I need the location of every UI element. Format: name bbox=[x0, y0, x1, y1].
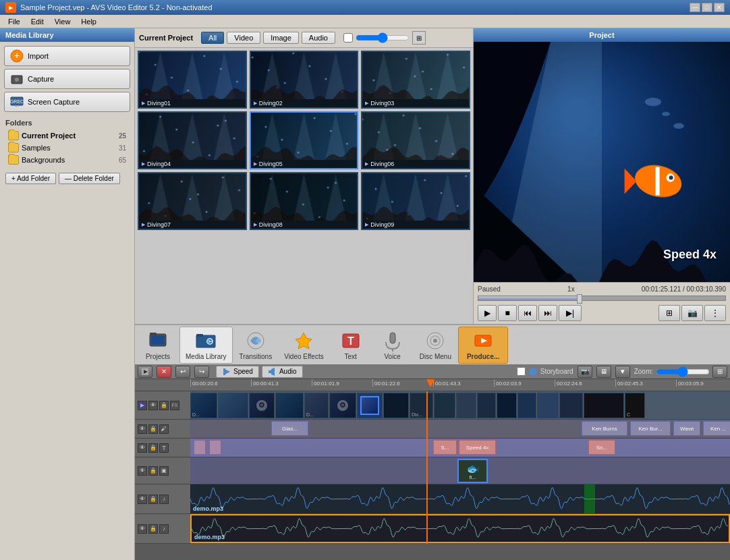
timeline-btn-1[interactable] bbox=[138, 366, 152, 378]
lock-icon-a2[interactable]: 🔒 bbox=[148, 524, 158, 534]
capture-button[interactable]: Capture bbox=[4, 69, 130, 89]
delete-folder-button[interactable]: — Delete Folder bbox=[59, 173, 120, 184]
size-slider[interactable] bbox=[356, 32, 410, 43]
fx-clip-kenbur[interactable]: Ken Bur... bbox=[630, 421, 671, 436]
lock-icon[interactable]: 🔒 bbox=[159, 401, 169, 410]
lock-icon-fx[interactable]: 🔒 bbox=[148, 424, 158, 434]
fullscreen-button[interactable]: ⊞ bbox=[658, 305, 680, 321]
text-clip-2[interactable] bbox=[209, 440, 221, 455]
eye-icon-fx[interactable]: 👁 bbox=[138, 424, 147, 434]
fx-clip-ken2[interactable]: Ken ... bbox=[703, 421, 730, 436]
video-clip-9[interactable]: Div... bbox=[410, 393, 433, 418]
thumbnail-diving07[interactable]: Diving07 bbox=[138, 172, 247, 230]
menu-file[interactable]: File bbox=[3, 16, 26, 27]
titlebar-controls[interactable]: — □ ✕ bbox=[690, 3, 725, 12]
storyboard-checkbox[interactable] bbox=[517, 367, 526, 376]
lock-icon-a1[interactable]: 🔒 bbox=[148, 495, 158, 504]
video-clip-11[interactable] bbox=[456, 393, 476, 418]
fx-clip-wave[interactable]: Wave bbox=[673, 421, 700, 436]
close-button[interactable]: ✕ bbox=[714, 3, 725, 12]
video-clip-10[interactable] bbox=[434, 393, 455, 418]
track-icon-1[interactable] bbox=[138, 401, 147, 410]
video-clip-last[interactable]: C bbox=[625, 393, 645, 418]
zoom-slider[interactable] bbox=[656, 366, 710, 377]
eye-icon-ov[interactable]: 👁 bbox=[138, 466, 147, 476]
import-button[interactable]: + Import bbox=[4, 46, 130, 66]
eye-icon[interactable]: 👁 bbox=[148, 401, 158, 410]
text-clip-speed4x[interactable]: Speed 4x bbox=[459, 440, 496, 455]
thumbnail-diving05[interactable]: Diving05 bbox=[250, 111, 359, 169]
progress-handle[interactable] bbox=[577, 294, 582, 304]
video-clip-3[interactable]: ⚙ bbox=[249, 393, 275, 418]
video-clip-2[interactable] bbox=[218, 393, 248, 418]
thumbnail-diving09[interactable]: Diving09 bbox=[361, 172, 470, 230]
video-clip-16[interactable] bbox=[559, 393, 583, 418]
video-clip-5[interactable]: D... bbox=[304, 393, 329, 418]
play-button[interactable]: ▶ bbox=[478, 305, 497, 321]
stop-button[interactable]: ■ bbox=[498, 305, 517, 321]
screen-capture-button[interactable]: GREC Screen Capture bbox=[4, 92, 130, 112]
audio-button[interactable]: Audio bbox=[262, 366, 303, 378]
video-clip-black[interactable] bbox=[584, 393, 624, 418]
add-folder-button[interactable]: + Add Folder bbox=[5, 173, 56, 184]
menu-help[interactable]: Help bbox=[76, 16, 102, 27]
brush-icon[interactable]: 🖌 bbox=[159, 424, 169, 434]
filter-video[interactable]: Video bbox=[227, 32, 260, 44]
fx-icon[interactable]: FX bbox=[170, 401, 179, 410]
video-clip-4[interactable] bbox=[275, 393, 304, 418]
expand-button[interactable]: ⋮ bbox=[704, 305, 726, 321]
text-clip-1[interactable] bbox=[194, 440, 206, 455]
minimize-button[interactable]: — bbox=[690, 3, 700, 12]
thumbnail-diving02[interactable]: Diving02 bbox=[250, 51, 359, 109]
toolbar-media-library[interactable]: Media Library bbox=[179, 327, 233, 364]
monitor-btn[interactable]: 🖥 bbox=[596, 366, 611, 378]
video-clip-14[interactable] bbox=[517, 393, 536, 418]
frame-forward-button[interactable]: ▶| bbox=[559, 305, 582, 321]
fx-clip-glas[interactable]: Glas... bbox=[271, 421, 308, 436]
eye-icon-text[interactable]: 👁 bbox=[138, 443, 147, 453]
video-clip-13[interactable] bbox=[497, 393, 517, 418]
thumbnail-diving01[interactable]: Diving01 bbox=[138, 51, 247, 109]
thumbnail-diving03[interactable]: Diving03 bbox=[361, 51, 470, 109]
eye-icon-a1[interactable]: 👁 bbox=[138, 495, 147, 504]
grid-view-button[interactable]: ⊞ bbox=[412, 31, 426, 45]
video-clip-8[interactable] bbox=[383, 393, 409, 418]
filter-audio[interactable]: Audio bbox=[302, 32, 335, 44]
folder-backgrounds[interactable]: Backgrounds 65 bbox=[5, 154, 129, 166]
video-clip-6[interactable]: ⚙ bbox=[329, 393, 356, 418]
progress-bar[interactable] bbox=[478, 296, 726, 301]
toolbar-projects[interactable]: Projects bbox=[138, 327, 178, 363]
thumbnail-diving08[interactable]: Diving08 bbox=[250, 172, 359, 230]
audio-icon-2[interactable]: ♪ bbox=[159, 524, 169, 534]
speed-button[interactable]: Speed bbox=[216, 366, 259, 378]
prev-button[interactable]: ⏮ bbox=[518, 305, 537, 321]
text-clip-so[interactable]: So... bbox=[588, 440, 615, 455]
size-checkbox[interactable] bbox=[343, 33, 353, 43]
filter-all[interactable]: All bbox=[201, 32, 224, 44]
toolbar-transitions[interactable]: Transitions bbox=[234, 327, 278, 363]
fish-clip[interactable]: 🐟 fi... bbox=[457, 459, 488, 483]
menu-edit[interactable]: Edit bbox=[26, 16, 49, 27]
video-clip-15[interactable] bbox=[537, 393, 559, 418]
zoom-fit-btn[interactable]: ⊞ bbox=[712, 366, 727, 378]
menu-view[interactable]: View bbox=[49, 16, 76, 27]
camera-btn[interactable]: 📷 bbox=[578, 366, 592, 378]
thumbnail-diving04[interactable]: Diving04 bbox=[138, 111, 247, 169]
eye-icon-a2[interactable]: 👁 bbox=[138, 524, 147, 534]
toolbar-produce[interactable]: Produce... bbox=[458, 327, 508, 364]
text-icon-ctrl[interactable]: T bbox=[159, 443, 169, 453]
toolbar-video-effects[interactable]: Video Effects bbox=[279, 327, 329, 363]
redo-action[interactable]: ↪ bbox=[194, 366, 209, 378]
maximize-button[interactable]: □ bbox=[702, 3, 712, 12]
toolbar-disc-menu[interactable]: Disc Menu bbox=[414, 327, 457, 363]
snapshot-button[interactable]: 📷 bbox=[681, 305, 703, 321]
folder-current-project[interactable]: Current Project 25 bbox=[5, 130, 129, 142]
undo-button[interactable]: ✕ bbox=[157, 366, 171, 378]
undo-action[interactable]: ↩ bbox=[175, 366, 190, 378]
video-clip-12[interactable] bbox=[477, 393, 496, 418]
filter-image[interactable]: Image bbox=[263, 32, 299, 44]
audio-icon-1[interactable]: ♪ bbox=[159, 495, 169, 504]
folder-samples[interactable]: Samples 31 bbox=[5, 142, 129, 154]
storyboard-toggle[interactable]: Storyboard bbox=[517, 367, 573, 376]
toolbar-text[interactable]: T Text bbox=[331, 327, 371, 363]
